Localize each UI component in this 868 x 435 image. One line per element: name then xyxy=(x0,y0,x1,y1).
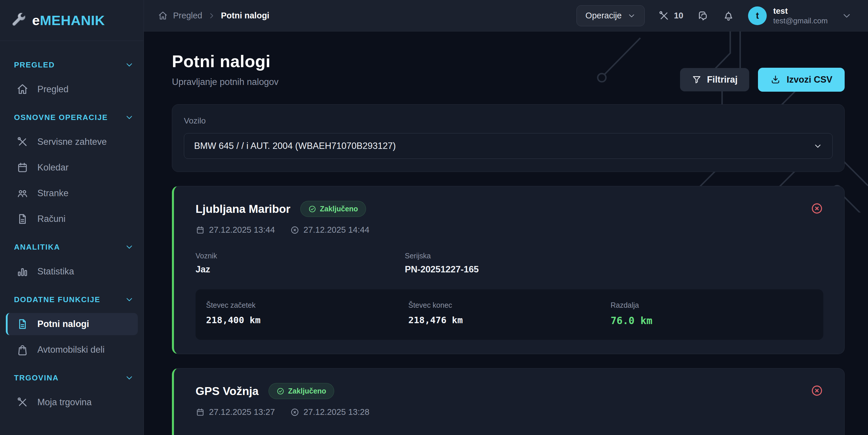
sidebar-item-avtomobilski-deli[interactable]: Avtomobilski deli xyxy=(6,339,138,361)
calendar-icon xyxy=(195,225,205,235)
field-label: Voznik xyxy=(195,252,405,260)
sidebar-item-label: Avtomobilski deli xyxy=(37,344,104,355)
travel-order-card: Ljubljana Maribor Zaključeno 27.12.2025 … xyxy=(172,186,845,354)
field-label: Serijska xyxy=(614,434,823,435)
status-badge: Zaključeno xyxy=(300,201,366,217)
order-title: Ljubljana Maribor xyxy=(195,203,290,215)
stat-label: Števec začetek xyxy=(206,301,408,309)
sidebar-section-header-analitika[interactable]: ANALITIKA xyxy=(14,242,134,252)
order-end: 27.12.2025 13:28 xyxy=(290,407,370,417)
breadcrumb-item[interactable]: Pregled xyxy=(173,11,202,21)
sidebar-section-label: DODATNE FUNKCIJE xyxy=(14,295,100,304)
stat-label: Razdalja xyxy=(611,301,813,309)
sidebar-section-label: TRGOVINA xyxy=(14,373,59,382)
bell-icon[interactable] xyxy=(722,10,735,22)
breadcrumb: Pregled Potni nalogi xyxy=(158,11,269,21)
sidebar-item-statistika[interactable]: Statistika xyxy=(6,260,138,283)
order-field-namen: Namen xyxy=(405,434,614,435)
header-actions: Filtriraj Izvozi CSV xyxy=(680,68,845,92)
order-start: 27.12.2025 13:27 xyxy=(195,407,275,417)
sidebar-item-koledar[interactable]: Koledar xyxy=(6,156,138,179)
page-header: Potni nalogi Upravljanje potnih nalogov … xyxy=(172,51,845,87)
chevron-down-icon xyxy=(627,12,636,20)
odometer-stat-razdalja: Razdalja76.0 km xyxy=(611,301,813,327)
order-odometer-stats: Števec začetek218,400 kmŠtevec konec218,… xyxy=(195,289,823,340)
user-name: test xyxy=(773,6,828,16)
delete-order-button[interactable] xyxy=(810,202,823,215)
chart-icon xyxy=(17,266,29,278)
stat-label: Števec konec xyxy=(408,301,611,309)
end-datetime: 27.12.2025 14:44 xyxy=(304,225,370,235)
order-field-voznik: VoznikJaz xyxy=(195,252,405,275)
order-start: 27.12.2025 13:44 xyxy=(195,225,275,235)
sidebar-item-label: Računi xyxy=(37,214,66,224)
vehicle-panel: Vozilo BMW 645 / / i AUT. 2004 (WBAEH710… xyxy=(172,104,845,172)
sidebar-section: PREGLED Pregled xyxy=(6,60,138,100)
sidebar-item-label: Moja trgovina xyxy=(37,397,92,408)
field-label: Serijska xyxy=(405,252,614,260)
sidebar-section-label: PREGLED xyxy=(14,60,55,69)
user-menu[interactable]: t test test@gmail.com xyxy=(748,6,851,26)
end-datetime: 27.12.2025 13:28 xyxy=(304,407,370,417)
sidebar-section-header-trgovina[interactable]: TRGOVINA xyxy=(14,373,134,383)
chat-icon[interactable] xyxy=(697,10,709,22)
vehicle-select[interactable]: BMW 645 / / i AUT. 2004 (WBAEH71070B2931… xyxy=(184,133,833,159)
sidebar-item-potni-nalogi[interactable]: Potni nalogi xyxy=(6,313,138,335)
sidebar-section-header-pregled[interactable]: PREGLED xyxy=(14,60,134,70)
start-datetime: 27.12.2025 13:44 xyxy=(209,225,275,235)
export-csv-button[interactable]: Izvozi CSV xyxy=(758,68,845,92)
x-circle-icon xyxy=(810,202,823,215)
order-field-serijska: SerijskaPN-20251227-165 xyxy=(405,252,614,275)
home-icon xyxy=(158,11,168,21)
chevron-down-icon xyxy=(125,243,134,251)
check-circle-icon xyxy=(276,387,285,395)
sidebar-item-servisne-zahteve[interactable]: Servisne zahteve xyxy=(6,131,138,153)
sidebar-section-header-dodatne-funkcije[interactable]: DODATNE FUNKCIJE xyxy=(14,294,134,305)
funnel-icon xyxy=(692,75,702,85)
order-fields: VoznikJazSerijskaPN-20251227-165 xyxy=(195,252,823,275)
main-content: Potni nalogi Upravljanje potnih nalogov … xyxy=(144,32,868,435)
odometer-stat-tevec-konec: Števec konec218,476 km xyxy=(408,301,611,327)
sidebar-item-label: Statistika xyxy=(37,266,74,277)
stat-value: 218,476 km xyxy=(408,315,611,325)
operations-dropdown-button[interactable]: Operacije xyxy=(577,5,645,26)
sidebar-section: ANALITIKA Statistika xyxy=(6,242,138,283)
status-label: Zaključeno xyxy=(288,387,326,395)
user-email: test@gmail.com xyxy=(773,16,828,26)
stat-value: 218,400 km xyxy=(206,315,408,325)
service-requests-counter[interactable]: 10 xyxy=(658,10,683,22)
brand-logo[interactable]: eMEHANIK xyxy=(0,0,144,41)
chevron-down-icon xyxy=(125,373,134,382)
sidebar-section-header-osnovne-operacije[interactable]: OSNOVNE OPERACIJE xyxy=(14,112,134,123)
sidebar-item-stranke[interactable]: Stranke xyxy=(6,182,138,205)
calendar-icon xyxy=(17,161,29,174)
wrench-logo-icon xyxy=(10,12,27,29)
sidebar-item-label: Servisne zahteve xyxy=(37,136,107,147)
travel-orders-list: Ljubljana Maribor Zaključeno 27.12.2025 … xyxy=(172,186,845,435)
order-field-voznik: Voznik xyxy=(195,434,405,435)
sidebar-item-pregled[interactable]: Pregled xyxy=(6,78,138,100)
chevron-down-icon xyxy=(125,295,134,304)
order-dates: 27.12.2025 13:27 27.12.2025 13:28 xyxy=(195,407,823,417)
download-icon xyxy=(770,74,781,85)
field-value: PN-20251227-165 xyxy=(405,264,614,275)
delete-order-button[interactable] xyxy=(810,384,823,397)
sidebar-section: DODATNE FUNKCIJE Potni nalogiAvtomobilsk… xyxy=(6,294,138,361)
document-icon xyxy=(17,318,29,330)
stat-value: 76.0 km xyxy=(611,315,813,327)
home-icon xyxy=(17,83,29,95)
order-end: 27.12.2025 14:44 xyxy=(290,225,370,235)
sidebar-item-label: Koledar xyxy=(37,162,69,173)
filter-button[interactable]: Filtriraj xyxy=(680,68,749,91)
avatar: t xyxy=(748,6,767,25)
field-label: Namen xyxy=(405,434,614,435)
x-circle-icon xyxy=(810,384,823,397)
sidebar-item-moja-trgovina[interactable]: Moja trgovina xyxy=(6,391,138,413)
tools-count: 10 xyxy=(674,11,683,21)
sidebar-item-label: Potni nalogi xyxy=(37,319,89,329)
chevron-down-icon xyxy=(813,141,823,151)
operations-label: Operacije xyxy=(586,11,622,21)
sidebar-section: TRGOVINA Moja trgovina xyxy=(6,373,138,413)
x-circle-icon xyxy=(290,408,300,417)
sidebar-item-ra-uni[interactable]: Računi xyxy=(6,208,138,230)
